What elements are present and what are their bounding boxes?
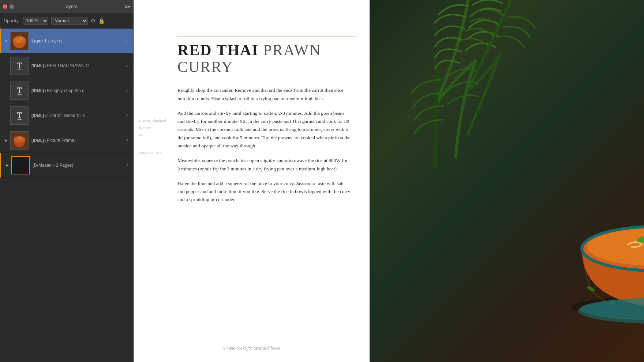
- layer-name-layer1: Layer 1 (Layer): [31, 38, 124, 44]
- layer-visibility-idml3[interactable]: ✓: [124, 112, 130, 119]
- svg-point-4: [13, 38, 26, 42]
- canvas-area: riander, chopped ry paste ilk d basmati …: [134, 0, 644, 362]
- layer-thumbnail-master: [11, 156, 30, 174]
- layer-info-idml3: [IDML] (1 carrot, sliced ¶1 s: [31, 113, 124, 118]
- layer-info-idml2: [IDML] (Roughly chop the c: [31, 88, 124, 93]
- layer-item-idml4[interactable]: ▶ [IDML] (Picture Frame) ✓: [0, 128, 133, 153]
- layers-panel: Layers ≡▾ Opacity: 100 % Normal ⚙ 🔒 ▼: [0, 0, 134, 362]
- recipe-body: Roughly chop the coriander. Remove and d…: [177, 86, 351, 204]
- layer-name-master: (B-Master - 2 Pages): [33, 163, 124, 168]
- layer-name-idml3: [IDML] (1 carrot, sliced ¶1 s: [31, 113, 124, 118]
- photo-side: [370, 0, 644, 362]
- recipe-paragraph-3: Meanwhile, squeeze the pouch, tear open …: [177, 157, 351, 173]
- svg-point-7: [19, 137, 22, 140]
- layer-thumbnail-idml2: T̲: [10, 82, 29, 100]
- recipe-paragraph-4: Halve the lime and add a squeeze of the …: [177, 180, 351, 204]
- page-footer: Simple cooks for taste and looks: [134, 346, 370, 351]
- close-button[interactable]: [3, 4, 7, 9]
- opacity-label: Opacity:: [4, 18, 20, 23]
- recipe-paragraph-2: Add the carrots and stir-fry until start…: [177, 109, 351, 150]
- layer-name-idml4: [IDML] (Picture Frame): [31, 138, 124, 143]
- layer-item-idml3[interactable]: ▶ T̲ [IDML] (1 carrot, sliced ¶1 s ✓: [0, 103, 133, 128]
- photo-background: [370, 0, 644, 362]
- document-page: riander, chopped ry paste ilk d basmati …: [134, 0, 370, 362]
- layer-item-layer1[interactable]: ▼ Layer 1 (Layer) ✓: [0, 29, 133, 53]
- layer-thumbnail-idml3: T̲: [10, 106, 29, 125]
- panel-menu-button[interactable]: ≡▾: [125, 4, 130, 10]
- svg-point-6: [14, 136, 25, 142]
- minimize-button[interactable]: [10, 4, 14, 9]
- panel-header: Layers ≡▾: [0, 0, 133, 13]
- layers-list: ▼ Layer 1 (Layer) ✓ ▶ T̲: [0, 29, 133, 362]
- layer-info-idml4: [IDML] (Picture Frame): [31, 138, 124, 143]
- layer-info-idml1: [IDML] (RED THAI PRAWN C: [31, 63, 124, 68]
- layer-thumbnail-idml4: [10, 131, 29, 150]
- orange-divider: [177, 37, 357, 37]
- text-icon-idml1: T̲: [17, 61, 22, 70]
- layer-name-idml2: [IDML] (Roughly chop the c: [31, 88, 124, 93]
- lock-icon[interactable]: 🔒: [98, 18, 105, 24]
- blend-mode-select[interactable]: Normal: [51, 17, 88, 25]
- curry-bowl-image: [554, 132, 644, 333]
- layer-thumbnail-layer1: [10, 32, 29, 50]
- opacity-select[interactable]: 100 %: [23, 17, 48, 25]
- recipe-title: RED THAI PRAWN CURRY: [177, 42, 351, 75]
- layer-visibility-idml2[interactable]: ✓: [124, 87, 130, 94]
- expand-arrow-layer1[interactable]: ▼: [3, 38, 10, 44]
- layer-item-master[interactable]: ▶ (B-Master - 2 Pages) ✓: [0, 153, 133, 178]
- text-icon-idml3: T̲: [17, 111, 22, 120]
- layer-info-master: (B-Master - 2 Pages): [33, 163, 124, 168]
- layer-visibility-idml1[interactable]: ✓: [124, 63, 130, 69]
- layer-visibility-layer1[interactable]: ✓: [124, 38, 130, 44]
- recipe-title-bold: RED THAI: [177, 42, 259, 59]
- layer-name-idml1: [IDML] (RED THAI PRAWN C: [31, 63, 124, 68]
- footer-text: Simple cooks for taste and looks: [223, 346, 280, 351]
- text-icon-idml2: T̲: [17, 86, 22, 95]
- layer-visibility-master[interactable]: ✓: [124, 162, 130, 169]
- opacity-row: Opacity: 100 % Normal ⚙ 🔒: [0, 13, 133, 29]
- svg-point-16: [586, 285, 596, 293]
- recipe-paragraph-1: Roughly chop the coriander. Remove and d…: [177, 86, 351, 103]
- layer-visibility-idml4[interactable]: ✓: [124, 137, 130, 144]
- layer-info-layer1: Layer 1 (Layer): [31, 38, 124, 44]
- page-content: RED THAI PRAWN CURRY Roughly chop the co…: [134, 0, 370, 225]
- master-rect: [12, 157, 29, 174]
- settings-icon[interactable]: ⚙: [91, 18, 96, 24]
- expand-arrow-idml4[interactable]: ▶: [3, 137, 10, 144]
- layer-thumbnail-idml1: T̲: [10, 57, 29, 75]
- layer-item-idml1[interactable]: ▶ T̲ [IDML] (RED THAI PRAWN C ✓: [0, 53, 133, 78]
- layer-item-idml2[interactable]: ▶ T̲ [IDML] (Roughly chop the c ✓: [0, 78, 133, 103]
- expand-arrow-master[interactable]: ▶: [4, 162, 11, 169]
- panel-title: Layers: [16, 4, 125, 9]
